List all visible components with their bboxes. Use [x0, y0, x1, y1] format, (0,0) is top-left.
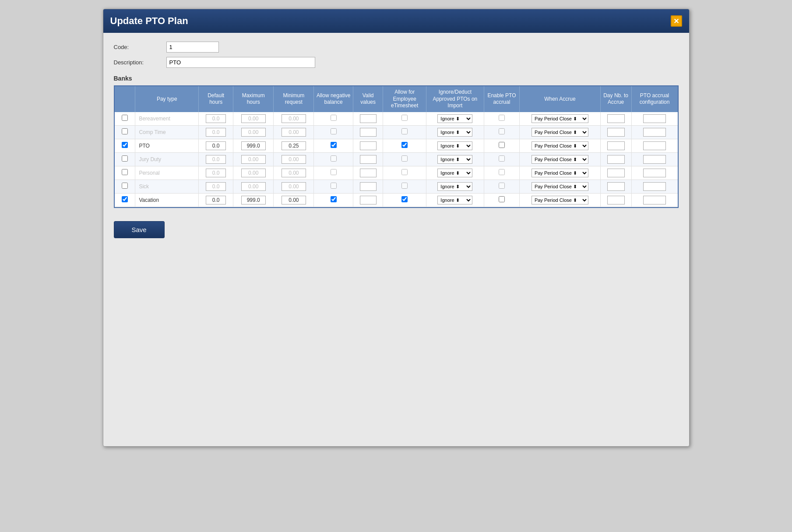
enable-accrual-checkbox[interactable]: [499, 142, 505, 148]
enable-accrual-checkbox[interactable]: [499, 155, 505, 162]
day-nb-input[interactable]: [607, 169, 625, 177]
th-minimum-request: Minimum request: [274, 86, 314, 112]
row-pay-type: Jury Duty: [135, 152, 199, 166]
row-day-nb: [600, 112, 631, 126]
when-accrue-select[interactable]: Pay Period Close ⬍ Anniversary Beginning…: [532, 182, 588, 191]
row-ignore-deduct: Ignore ⬍ Deduct: [426, 193, 484, 207]
row-pto-config: [631, 152, 677, 166]
pto-config-input[interactable]: [643, 196, 666, 204]
row-max-hours: [233, 166, 274, 180]
row-max-hours: [233, 193, 274, 207]
row-pay-type: Sick: [135, 180, 199, 193]
row-default-hours: [199, 139, 233, 152]
row-select-cell: [115, 112, 135, 126]
description-row: Description:: [114, 57, 679, 68]
row-allow-negative: [314, 180, 353, 193]
enable-accrual-checkbox[interactable]: [499, 115, 505, 121]
ignore-deduct-select[interactable]: Ignore ⬍ Deduct: [437, 114, 472, 123]
table-row: Sick Ignore ⬍ Deduct: [115, 180, 678, 193]
pto-config-input: [643, 155, 666, 164]
row-allow-employee: [383, 166, 426, 180]
row-when-accrue: Pay Period Close ⬍ Anniversary Beginning…: [520, 125, 600, 139]
code-input[interactable]: [166, 42, 219, 53]
th-allow-negative: Allow negative balance: [314, 86, 353, 112]
row-default-hours: [199, 152, 233, 166]
allow-negative-checkbox[interactable]: [331, 196, 337, 202]
row-select-checkbox[interactable]: [122, 169, 128, 175]
enable-accrual-checkbox[interactable]: [499, 169, 505, 175]
row-allow-negative: [314, 125, 353, 139]
when-accrue-select[interactable]: Pay Period Close ⬍ Anniversary Beginning…: [532, 114, 588, 123]
default-hours-input: [206, 128, 226, 137]
row-select-checkbox[interactable]: [122, 115, 128, 121]
max-hours-input: [241, 182, 266, 191]
row-pay-type: Vacation: [135, 193, 199, 207]
close-button[interactable]: ✕: [671, 15, 682, 27]
min-request-input[interactable]: [282, 196, 306, 204]
row-select-checkbox[interactable]: [122, 183, 128, 189]
row-pto-config: [631, 125, 677, 139]
max-hours-input: [241, 155, 266, 164]
row-enable-accrual: [484, 152, 520, 166]
valid-values-input[interactable]: [360, 196, 377, 204]
allow-employee-checkbox: [401, 115, 408, 121]
day-nb-input[interactable]: [607, 141, 625, 150]
valid-values-input: [360, 182, 377, 191]
pto-config-input[interactable]: [643, 141, 666, 150]
save-button[interactable]: Save: [114, 221, 165, 238]
th-ignore-deduct: Ignore/Deduct Approved PTOs on Import: [426, 86, 484, 112]
th-select: [115, 86, 135, 112]
when-accrue-select[interactable]: Pay Period Close ⬍ Anniversary Beginning…: [532, 128, 588, 137]
row-select-cell: [115, 152, 135, 166]
when-accrue-select[interactable]: Pay Period Close ⬍ Anniversary Beginning…: [532, 169, 588, 177]
enable-accrual-checkbox[interactable]: [499, 196, 505, 202]
allow-negative-checkbox[interactable]: [331, 142, 337, 148]
day-nb-input[interactable]: [607, 114, 625, 123]
enable-accrual-checkbox[interactable]: [499, 183, 505, 189]
th-valid-values: Valid values: [353, 86, 383, 112]
row-allow-employee: [383, 139, 426, 152]
row-select-checkbox[interactable]: [122, 128, 128, 134]
ignore-deduct-select[interactable]: Ignore ⬍ Deduct: [437, 196, 472, 204]
default-hours-input: [206, 169, 226, 177]
th-maximum-hours: Maximum hours: [233, 86, 274, 112]
enable-accrual-checkbox[interactable]: [499, 128, 505, 134]
day-nb-input[interactable]: [607, 196, 625, 204]
description-input[interactable]: [166, 57, 315, 68]
max-hours-input: [241, 169, 266, 177]
day-nb-input[interactable]: [607, 155, 625, 164]
default-hours-input[interactable]: [206, 141, 226, 150]
row-min-request: [274, 125, 314, 139]
ignore-deduct-select[interactable]: Ignore ⬍ Deduct: [437, 169, 472, 177]
when-accrue-select[interactable]: Pay Period Close ⬍ Anniversary Beginning…: [532, 141, 588, 150]
day-nb-input[interactable]: [607, 182, 625, 191]
row-select-cell: [115, 166, 135, 180]
row-select-cell: [115, 180, 135, 193]
row-ignore-deduct: Ignore ⬍ Deduct: [426, 139, 484, 152]
max-hours-input[interactable]: [241, 196, 266, 204]
when-accrue-select[interactable]: Pay Period Close ⬍ Anniversary Beginning…: [532, 155, 588, 164]
day-nb-input[interactable]: [607, 128, 625, 137]
allow-employee-checkbox[interactable]: [401, 196, 408, 202]
allow-employee-checkbox[interactable]: [401, 142, 408, 148]
ignore-deduct-select[interactable]: Ignore ⬍ Deduct: [437, 182, 472, 191]
ignore-deduct-select[interactable]: Ignore ⬍ Deduct: [437, 155, 472, 164]
row-enable-accrual: [484, 125, 520, 139]
default-hours-input[interactable]: [206, 196, 226, 204]
row-default-hours: [199, 166, 233, 180]
when-accrue-select[interactable]: Pay Period Close ⬍ Anniversary Beginning…: [532, 196, 588, 204]
row-max-hours: [233, 152, 274, 166]
valid-values-input[interactable]: [360, 141, 377, 150]
ignore-deduct-select[interactable]: Ignore ⬍ Deduct: [437, 128, 472, 137]
th-pay-type: Pay type: [135, 86, 199, 112]
row-default-hours: [199, 180, 233, 193]
max-hours-input[interactable]: [241, 141, 266, 150]
row-select-checkbox[interactable]: [122, 155, 128, 162]
allow-negative-checkbox: [331, 169, 337, 175]
valid-values-input: [360, 114, 377, 123]
ignore-deduct-select[interactable]: Ignore ⬍ Deduct: [437, 141, 472, 150]
row-select-checkbox[interactable]: [122, 196, 128, 202]
min-request-input[interactable]: [282, 141, 306, 150]
row-select-checkbox[interactable]: [122, 142, 128, 148]
row-when-accrue: Pay Period Close ⬍ Anniversary Beginning…: [520, 180, 600, 193]
